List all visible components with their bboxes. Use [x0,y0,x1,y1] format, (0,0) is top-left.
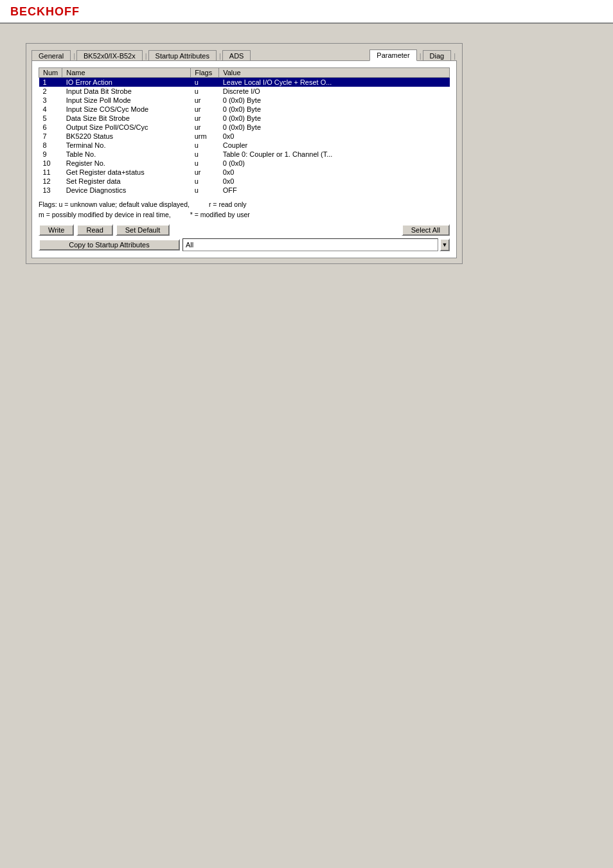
tab-diag[interactable]: Diag [423,50,452,61]
cell-num: 9 [39,150,62,159]
cell-value: 0 (0x0) Byte [219,105,450,114]
table-row[interactable]: 9Table No.uTable 0: Coupler or 1. Channe… [39,150,450,159]
flags-legend-line1-right: r = read only [209,200,247,210]
beckhoff-logo: BECKHOFF [10,5,80,18]
table-row[interactable]: 8Terminal No.uCoupler [39,141,450,150]
select-all-button[interactable]: Select All [402,224,450,236]
cell-name: Input Size Poll Mode [62,96,191,105]
table-row[interactable]: 4Input Size COS/Cyc Modeur0 (0x0) Byte [39,105,450,114]
table-row[interactable]: 6Output Size Poll/COS/Cycur0 (0x0) Byte [39,123,450,132]
tab-ads[interactable]: ADS [222,50,251,61]
table-row[interactable]: 5Data Size Bit Strobeur0 (0x0) Byte [39,114,450,123]
cell-num: 3 [39,96,62,105]
copy-to-startup-button[interactable]: Copy to Startup Attributes [39,239,180,251]
cell-value: 0 (0x0) Byte [219,123,450,132]
cell-num: 8 [39,141,62,150]
cell-num: 6 [39,123,62,132]
table-row[interactable]: 12Set Register datau0x0 [39,177,450,186]
cell-flags: ur [191,114,219,123]
cell-name: Set Register data [62,177,191,186]
parameter-table: Num Name Flags Value 1IO Error ActionuLe… [39,67,450,195]
read-button[interactable]: Read [76,224,112,236]
cell-num: 2 [39,87,62,96]
cell-num: 10 [39,159,62,168]
combo-dropdown-arrow[interactable]: ▼ [440,238,450,251]
cell-flags: u [191,186,219,195]
cell-flags: ur [191,123,219,132]
cell-num: 1 [39,78,62,87]
cell-name: Device Diagnostics [62,186,191,195]
tab-sep-4: | [418,51,423,61]
copy-row: Copy to Startup Attributes ▼ [39,238,450,251]
cell-num: 13 [39,186,62,195]
cell-flags: ur [191,105,219,114]
cell-name: Register No. [62,159,191,168]
cell-name: Input Data Bit Strobe [62,87,191,96]
cell-value: Discrete I/O [219,87,450,96]
cell-name: IO Error Action [62,78,191,87]
main-content: General | BK52x0/IX-B52x | Startup Attri… [0,24,613,283]
cell-name: Get Register data+status [62,168,191,177]
table-row[interactable]: 13Device DiagnosticsuOFF [39,186,450,195]
cell-value: 0x0 [219,132,450,141]
tab-bk52x0[interactable]: BK52x0/IX-B52x [76,50,143,61]
flags-legend-line1-left: Flags: u = unknown value; default value … [39,200,190,210]
cell-name: Terminal No. [62,141,191,150]
table-row[interactable]: 11Get Register data+statusur0x0 [39,168,450,177]
flags-legend-line2-right: * = modified by user [190,210,250,220]
cell-num: 12 [39,177,62,186]
cell-value: Leave Local I/O Cycle + Reset O... [219,78,450,87]
header: BECKHOFF [0,0,613,24]
cell-flags: u [191,177,219,186]
cell-num: 7 [39,132,62,141]
combo-input[interactable] [182,238,438,251]
cell-value: Table 0: Coupler or 1. Channel (T... [219,150,450,159]
buttons-row: Write Read Set Default Select All [39,224,450,236]
table-row[interactable]: 1IO Error ActionuLeave Local I/O Cycle +… [39,78,450,87]
set-default-button[interactable]: Set Default [116,224,170,236]
table-row[interactable]: 7BK5220 Statusurm0x0 [39,132,450,141]
cell-value: Coupler [219,141,450,150]
cell-flags: urm [191,132,219,141]
cell-flags: u [191,150,219,159]
tab-sep-1: | [72,51,76,61]
dialog-panel: General | BK52x0/IX-B52x | Startup Attri… [26,43,463,264]
combo-container: ▼ [182,238,450,251]
flags-legend-line2-left: m = possibly modified by device in real … [39,210,171,220]
col-header-flags: Flags [191,68,219,78]
cell-name: Table No. [62,150,191,159]
table-row[interactable]: 3Input Size Poll Modeur0 (0x0) Byte [39,96,450,105]
tab-sep-3: | [218,51,222,61]
cell-flags: ur [191,168,219,177]
cell-num: 11 [39,168,62,177]
cell-flags: ur [191,96,219,105]
cell-value: 0 (0x0) Byte [219,114,450,123]
cell-flags: u [191,78,219,87]
write-button[interactable]: Write [39,224,74,236]
cell-value: 0x0 [219,168,450,177]
panel-body: Num Name Flags Value 1IO Error ActionuLe… [31,60,457,258]
tab-bar: General | BK52x0/IX-B52x | Startup Attri… [31,49,457,60]
tab-sep-2: | [144,51,148,61]
flags-legend: Flags: u = unknown value; default value … [39,200,450,220]
cell-num: 4 [39,105,62,114]
cell-flags: u [191,141,219,150]
cell-name: Data Size Bit Strobe [62,114,191,123]
cell-name: Input Size COS/Cyc Mode [62,105,191,114]
table-row[interactable]: 10Register No.u0 (0x0) [39,159,450,168]
cell-name: Output Size Poll/COS/Cyc [62,123,191,132]
tab-sep-5: | [452,51,457,61]
cell-value: OFF [219,186,450,195]
cell-value: 0 (0x0) [219,159,450,168]
cell-name: BK5220 Status [62,132,191,141]
cell-flags: u [191,87,219,96]
col-header-name: Name [62,68,191,78]
col-header-num: Num [39,68,62,78]
cell-value: 0 (0x0) Byte [219,96,450,105]
tab-parameter[interactable]: Parameter [369,49,416,61]
col-header-value: Value [219,68,450,78]
tab-startup[interactable]: Startup Attributes [148,50,217,61]
table-row[interactable]: 2Input Data Bit StrobeuDiscrete I/O [39,87,450,96]
tab-general[interactable]: General [31,50,71,61]
cell-num: 5 [39,114,62,123]
